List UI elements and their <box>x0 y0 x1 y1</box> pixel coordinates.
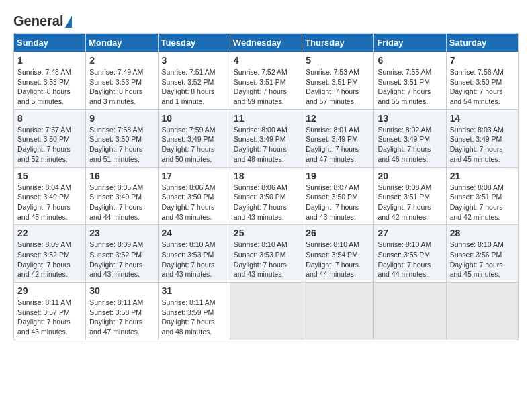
calendar-cell: 7Sunrise: 7:56 AM Sunset: 3:50 PM Daylig… <box>446 52 518 110</box>
calendar-cell: 21Sunrise: 8:08 AM Sunset: 3:51 PM Dayli… <box>446 167 518 225</box>
col-header-thursday: Thursday <box>302 34 374 52</box>
day-info: Sunrise: 7:58 AM Sunset: 3:50 PM Dayligh… <box>89 125 154 165</box>
day-number: 6 <box>378 55 442 66</box>
day-info: Sunrise: 8:03 AM Sunset: 3:49 PM Dayligh… <box>450 125 515 165</box>
day-info: Sunrise: 8:04 AM Sunset: 3:49 PM Dayligh… <box>17 183 82 222</box>
day-info: Sunrise: 7:48 AM Sunset: 3:53 PM Dayligh… <box>17 67 82 107</box>
day-number: 8 <box>17 113 82 124</box>
day-info: Sunrise: 8:10 AM Sunset: 3:56 PM Dayligh… <box>450 240 515 279</box>
day-number: 14 <box>450 113 515 124</box>
day-info: Sunrise: 8:08 AM Sunset: 3:51 PM Dayligh… <box>378 183 442 222</box>
day-info: Sunrise: 7:56 AM Sunset: 3:50 PM Dayligh… <box>450 67 515 107</box>
day-number: 17 <box>162 171 226 181</box>
day-number: 20 <box>378 171 442 181</box>
col-header-sunday: Sunday <box>14 34 86 52</box>
calendar-cell: 15Sunrise: 8:04 AM Sunset: 3:49 PM Dayli… <box>14 167 86 225</box>
calendar-cell: 20Sunrise: 8:08 AM Sunset: 3:51 PM Dayli… <box>374 167 446 225</box>
day-info: Sunrise: 7:53 AM Sunset: 3:51 PM Dayligh… <box>306 67 370 107</box>
calendar-cell: 5Sunrise: 7:53 AM Sunset: 3:51 PM Daylig… <box>302 52 374 110</box>
day-number: 2 <box>89 55 154 66</box>
calendar-cell: 3Sunrise: 7:51 AM Sunset: 3:52 PM Daylig… <box>158 52 230 110</box>
calendar-cell <box>230 283 302 340</box>
day-number: 24 <box>162 228 226 238</box>
day-info: Sunrise: 8:11 AM Sunset: 3:57 PM Dayligh… <box>17 298 82 337</box>
day-info: Sunrise: 7:57 AM Sunset: 3:50 PM Dayligh… <box>17 125 82 165</box>
day-number: 25 <box>234 228 298 238</box>
calendar-cell <box>446 283 518 340</box>
col-header-monday: Monday <box>86 34 158 52</box>
logo-arrow-icon <box>65 15 72 28</box>
day-number: 28 <box>450 228 515 238</box>
calendar-cell: 17Sunrise: 8:06 AM Sunset: 3:50 PM Dayli… <box>158 167 230 225</box>
day-number: 5 <box>306 55 370 66</box>
calendar-cell: 1Sunrise: 7:48 AM Sunset: 3:53 PM Daylig… <box>14 52 86 110</box>
day-number: 26 <box>306 228 370 238</box>
calendar-cell: 25Sunrise: 8:10 AM Sunset: 3:53 PM Dayli… <box>230 225 302 283</box>
day-number: 4 <box>234 55 298 66</box>
calendar-cell: 12Sunrise: 8:01 AM Sunset: 3:49 PM Dayli… <box>302 109 374 167</box>
day-info: Sunrise: 7:55 AM Sunset: 3:51 PM Dayligh… <box>378 67 442 107</box>
day-info: Sunrise: 8:06 AM Sunset: 3:50 PM Dayligh… <box>162 183 226 222</box>
day-info: Sunrise: 8:05 AM Sunset: 3:49 PM Dayligh… <box>89 183 154 222</box>
day-number: 29 <box>17 285 82 296</box>
calendar-cell: 6Sunrise: 7:55 AM Sunset: 3:51 PM Daylig… <box>374 52 446 110</box>
calendar-cell: 13Sunrise: 8:02 AM Sunset: 3:49 PM Dayli… <box>374 109 446 167</box>
day-info: Sunrise: 8:10 AM Sunset: 3:53 PM Dayligh… <box>234 240 298 279</box>
day-info: Sunrise: 8:10 AM Sunset: 3:55 PM Dayligh… <box>378 240 442 279</box>
calendar-cell <box>302 283 374 340</box>
calendar-cell: 24Sunrise: 8:10 AM Sunset: 3:53 PM Dayli… <box>158 225 230 283</box>
calendar-cell: 4Sunrise: 7:52 AM Sunset: 3:51 PM Daylig… <box>230 52 302 110</box>
day-number: 7 <box>450 55 515 66</box>
day-info: Sunrise: 8:02 AM Sunset: 3:49 PM Dayligh… <box>378 125 442 165</box>
day-number: 18 <box>234 171 298 181</box>
calendar-cell: 29Sunrise: 8:11 AM Sunset: 3:57 PM Dayli… <box>14 283 86 340</box>
calendar-cell: 16Sunrise: 8:05 AM Sunset: 3:49 PM Dayli… <box>86 167 158 225</box>
calendar-cell: 8Sunrise: 7:57 AM Sunset: 3:50 PM Daylig… <box>14 109 86 167</box>
day-number: 22 <box>17 228 82 238</box>
day-info: Sunrise: 8:07 AM Sunset: 3:50 PM Dayligh… <box>306 183 370 222</box>
calendar-cell: 30Sunrise: 8:11 AM Sunset: 3:58 PM Dayli… <box>86 283 158 340</box>
day-info: Sunrise: 7:49 AM Sunset: 3:53 PM Dayligh… <box>89 67 154 107</box>
calendar-cell: 22Sunrise: 8:09 AM Sunset: 3:52 PM Dayli… <box>14 225 86 283</box>
calendar-cell: 9Sunrise: 7:58 AM Sunset: 3:50 PM Daylig… <box>86 109 158 167</box>
calendar-cell: 26Sunrise: 8:10 AM Sunset: 3:54 PM Dayli… <box>302 225 374 283</box>
col-header-saturday: Saturday <box>446 34 518 52</box>
calendar-cell: 11Sunrise: 8:00 AM Sunset: 3:49 PM Dayli… <box>230 109 302 167</box>
day-info: Sunrise: 8:10 AM Sunset: 3:53 PM Dayligh… <box>162 240 226 279</box>
day-number: 3 <box>162 55 226 66</box>
day-info: Sunrise: 8:06 AM Sunset: 3:50 PM Dayligh… <box>234 183 298 222</box>
day-number: 30 <box>89 285 154 296</box>
day-number: 19 <box>306 171 370 181</box>
calendar-cell: 28Sunrise: 8:10 AM Sunset: 3:56 PM Dayli… <box>446 225 518 283</box>
calendar-cell <box>374 283 446 340</box>
calendar-cell: 10Sunrise: 7:59 AM Sunset: 3:49 PM Dayli… <box>158 109 230 167</box>
calendar-cell: 2Sunrise: 7:49 AM Sunset: 3:53 PM Daylig… <box>86 52 158 110</box>
day-info: Sunrise: 8:00 AM Sunset: 3:49 PM Dayligh… <box>234 125 298 165</box>
day-number: 9 <box>89 113 154 124</box>
day-number: 11 <box>234 113 298 124</box>
logo: General <box>13 13 72 26</box>
day-info: Sunrise: 8:10 AM Sunset: 3:54 PM Dayligh… <box>306 240 370 279</box>
day-info: Sunrise: 7:52 AM Sunset: 3:51 PM Dayligh… <box>234 67 298 107</box>
calendar-cell: 18Sunrise: 8:06 AM Sunset: 3:50 PM Dayli… <box>230 167 302 225</box>
day-info: Sunrise: 8:11 AM Sunset: 3:59 PM Dayligh… <box>162 298 226 337</box>
day-number: 13 <box>378 113 442 124</box>
col-header-tuesday: Tuesday <box>158 34 230 52</box>
calendar-cell: 19Sunrise: 8:07 AM Sunset: 3:50 PM Dayli… <box>302 167 374 225</box>
day-info: Sunrise: 7:59 AM Sunset: 3:49 PM Dayligh… <box>162 125 226 165</box>
calendar: SundayMondayTuesdayWednesdayThursdayFrid… <box>13 33 519 340</box>
day-info: Sunrise: 8:09 AM Sunset: 3:52 PM Dayligh… <box>89 240 154 279</box>
day-number: 27 <box>378 228 442 238</box>
col-header-friday: Friday <box>374 34 446 52</box>
day-number: 1 <box>17 55 82 66</box>
logo-general: General <box>13 13 63 29</box>
day-number: 10 <box>162 113 226 124</box>
day-number: 31 <box>162 285 226 296</box>
day-number: 23 <box>89 228 154 238</box>
day-info: Sunrise: 7:51 AM Sunset: 3:52 PM Dayligh… <box>162 67 226 107</box>
day-number: 21 <box>450 171 515 181</box>
day-info: Sunrise: 8:01 AM Sunset: 3:49 PM Dayligh… <box>306 125 370 165</box>
day-number: 15 <box>17 171 82 181</box>
calendar-cell: 14Sunrise: 8:03 AM Sunset: 3:49 PM Dayli… <box>446 109 518 167</box>
day-info: Sunrise: 8:11 AM Sunset: 3:58 PM Dayligh… <box>89 298 154 337</box>
